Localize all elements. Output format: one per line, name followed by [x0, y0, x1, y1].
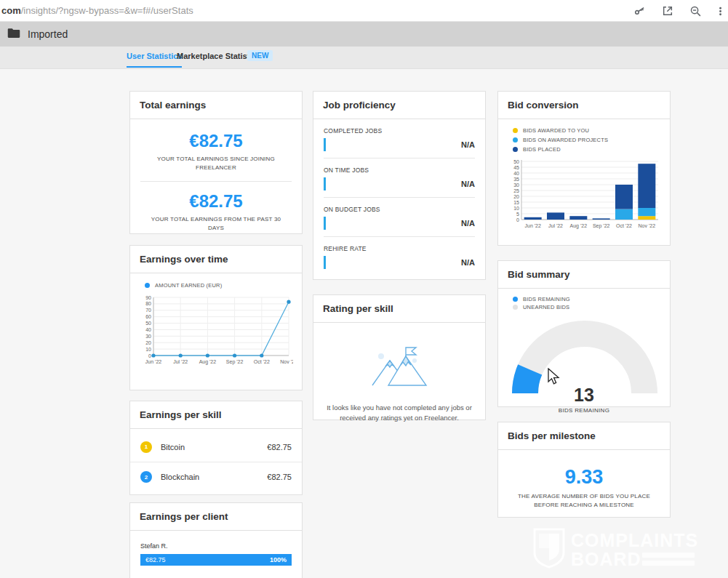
url-text[interactable]: com/insights/?ngsw-bypass=&w=f#/userStat…: [0, 5, 193, 16]
card-earnings-over-time: Earnings over time AMOUNT EARNED (EUR) 0…: [129, 245, 303, 390]
skill-row-blockchain: 2 Blockchain €82.75: [130, 462, 302, 491]
card-title: Total earnings: [130, 92, 302, 119]
mouse-cursor: [547, 368, 561, 388]
card-bid-summary: Bid summary BIDS REMAINING UNEARNED BIDS…: [497, 260, 671, 407]
tab-strip: User Statistics Marketplace Statistics N…: [0, 47, 728, 69]
new-badge: NEW: [247, 50, 273, 61]
watermark-line1: COMPLAINTS: [571, 531, 698, 550]
svg-text:20: 20: [513, 194, 519, 199]
legend-dot-icon: [513, 128, 518, 133]
metric-on-time-jobs: ON TIME JOBS N/A: [313, 158, 485, 198]
client-earnings-amount: €82.75: [145, 556, 166, 563]
svg-text:Oct '22: Oct '22: [616, 223, 632, 228]
legend-bids-remaining: BIDS REMAINING: [513, 296, 670, 302]
svg-text:Nov '22: Nov '22: [280, 359, 293, 364]
skill-name: Bitcoin: [161, 443, 267, 451]
total-earnings-all-time: €82.75: [130, 131, 302, 151]
svg-text:60: 60: [145, 314, 151, 319]
empty-state-text: It looks like you have not completed any…: [327, 403, 473, 424]
client-earnings-percent: 100%: [270, 556, 287, 563]
rank-badge: 1: [140, 441, 152, 453]
window-title-bar: Imported: [0, 22, 728, 47]
legend-bids-placed: BIDS PLACED: [513, 146, 670, 153]
svg-text:35: 35: [513, 177, 519, 182]
legend-unearned-bids: UNEARNED BIDS: [513, 304, 670, 310]
svg-text:80: 80: [145, 301, 151, 306]
svg-text:40: 40: [513, 171, 519, 176]
card-total-earnings: Total earnings €82.75 YOUR TOTAL EARNING…: [129, 91, 303, 234]
client-earnings-bar: €82.75 100%: [140, 554, 292, 566]
svg-text:0: 0: [516, 217, 519, 222]
card-title: Earnings over time: [130, 246, 302, 273]
metric-on-budget-jobs: ON BUDGET JOBS N/A: [313, 198, 485, 237]
svg-text:10: 10: [513, 206, 519, 211]
svg-text:10: 10: [145, 347, 151, 352]
svg-text:Jul '22: Jul '22: [548, 223, 563, 228]
svg-text:20: 20: [145, 340, 151, 345]
bids-remaining-label: BIDS REMAINING: [498, 407, 670, 414]
bids-per-milestone-label: THE AVERAGE NUMBER OF BIDS YOU PLACE BEF…: [511, 492, 657, 509]
shield-icon: [533, 528, 565, 569]
url-path: /insights/?ngsw-bypass=&w=f#/userStats: [21, 5, 193, 16]
progress-tick: [324, 177, 326, 190]
card-bids-per-milestone: Bids per milestone 9.33 THE AVERAGE NUMB…: [497, 422, 671, 518]
svg-text:Aug '22: Aug '22: [570, 223, 588, 229]
legend-amount-earned: AMOUNT EARNED (EUR): [145, 282, 302, 289]
rank-badge: 2: [140, 471, 152, 483]
svg-text:30: 30: [145, 334, 151, 339]
bid-conversion-chart: 05101520253035404550Jun '22Jul '22Aug '2…: [498, 156, 670, 237]
open-in-new-icon[interactable]: [662, 5, 673, 17]
svg-text:5: 5: [516, 212, 519, 217]
legend-dot-icon: [513, 137, 518, 143]
more-icon[interactable]: [718, 5, 725, 17]
card-earnings-per-skill: Earnings per skill 1 Bitcoin €82.75 2 Bl…: [129, 401, 303, 495]
key-icon[interactable]: [633, 5, 646, 17]
card-title: Earnings per client: [130, 503, 302, 531]
progress-tick: [324, 256, 326, 269]
svg-text:Jun '22: Jun '22: [524, 223, 540, 228]
svg-text:0: 0: [148, 353, 151, 358]
svg-text:70: 70: [145, 308, 151, 313]
browser-url-bar[interactable]: com/insights/?ngsw-bypass=&w=f#/userStat…: [0, 0, 728, 22]
progress-tick: [324, 138, 326, 151]
svg-text:Nov '22: Nov '22: [639, 223, 656, 228]
earnings-over-time-chart: 0102030405060708090Jun '22Jul '22Aug '22…: [130, 292, 302, 373]
card-title: Bid summary: [498, 261, 670, 289]
total-earnings-all-time-label: YOUR TOTAL EARNINGS SINCE JOINING FREELA…: [143, 155, 289, 172]
legend-dot-icon: [145, 283, 150, 288]
total-earnings-30-days: €82.75: [130, 191, 302, 212]
svg-text:Sep '22: Sep '22: [593, 223, 610, 229]
card-title: Job proficiency: [313, 92, 485, 119]
zoom-out-icon[interactable]: [689, 5, 702, 17]
legend-dot-icon: [513, 147, 518, 152]
legend-dot-icon: [513, 305, 518, 310]
card-title: Bid conversion: [498, 92, 670, 119]
metric-rehire-rate: REHIRE RATE N/A: [313, 237, 485, 269]
skill-value: €82.75: [267, 443, 292, 451]
progress-tick: [324, 217, 326, 230]
folder-icon: [7, 28, 20, 41]
divider: [140, 181, 292, 182]
svg-text:30: 30: [513, 182, 519, 188]
tab-user-statistics[interactable]: User Statistics: [127, 52, 182, 68]
total-earnings-30-days-label: YOUR TOTAL EARNINGS FROM THE PAST 30 DAY…: [143, 215, 289, 232]
svg-text:40: 40: [145, 327, 151, 332]
legend-bids-awarded: BIDS AWARDED TO YOU: [513, 127, 670, 134]
svg-text:15: 15: [513, 200, 519, 205]
legend-bids-on-awarded: BIDS ON AWARDED PROJECTS: [513, 137, 670, 143]
card-earnings-per-client: Earnings per client Stefan R. €82.75 100…: [129, 502, 303, 578]
watermark-tagline: [642, 553, 695, 569]
card-title: Bids per milestone: [498, 422, 670, 450]
complaints-board-watermark: COMPLAINTS BOARD: [533, 528, 708, 571]
svg-text:25: 25: [513, 188, 519, 193]
bid-summary-gauge: 13 BIDS REMAINING: [498, 315, 670, 424]
client-name: Stefan R.: [130, 531, 302, 554]
skill-value: €82.75: [267, 473, 292, 481]
card-title: Rating per skill: [313, 295, 485, 323]
url-domain: com: [1, 5, 21, 16]
skill-name: Blockchain: [161, 473, 267, 481]
card-rating-per-skill: Rating per skill It looks like you have …: [313, 294, 486, 420]
svg-text:50: 50: [145, 321, 151, 326]
card-title: Earnings per skill: [130, 401, 302, 429]
svg-text:50: 50: [513, 159, 519, 164]
